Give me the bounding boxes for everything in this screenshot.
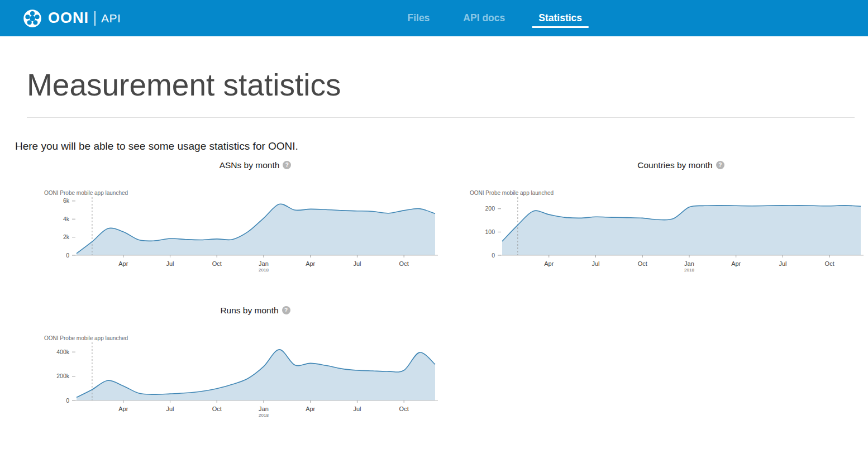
main-nav: Files API docs Statistics: [404, 0, 585, 36]
chart-title-text: Countries by month: [637, 160, 712, 170]
chart-title-text: Runs by month: [220, 306, 278, 315]
brand[interactable]: OONI API: [22, 8, 121, 28]
x-tick-label: Oct: [399, 405, 409, 412]
x-tick-label: Jan: [259, 405, 269, 412]
area-series: [77, 204, 435, 255]
y-tick-label: 4k: [63, 216, 70, 222]
x-tick-label: Oct: [399, 260, 409, 267]
x-tick-label: Apr: [118, 405, 128, 412]
x-tick-label: Jul: [592, 260, 599, 267]
y-tick-label: 400k: [56, 349, 70, 355]
nav-item-api-docs[interactable]: API docs: [460, 0, 508, 36]
x-tick-label: Apr: [306, 405, 315, 412]
runs-chart-canvas[interactable]: OONI Probe mobile app launched0200k400kA…: [15, 333, 440, 428]
x-tick-label: Oct: [638, 260, 647, 267]
x-tick-label: Oct: [825, 260, 834, 267]
x-tick-label: Apr: [306, 260, 315, 267]
brand-name: OONI: [48, 9, 89, 27]
y-tick-label: 6k: [63, 198, 70, 204]
x-tick-label: Apr: [731, 260, 741, 267]
page-title: Measurement statistics: [27, 68, 855, 103]
charts-grid: ASNs by month? OONI Probe mobile app lau…: [15, 160, 855, 428]
y-tick-label: 100: [485, 228, 495, 235]
x-tick-label: Jul: [779, 260, 786, 267]
chart-countries-by-month: Countries by month? OONI Probe mobile ap…: [441, 160, 866, 283]
x-tick-label: Jul: [353, 260, 361, 267]
y-tick-label: 0: [66, 252, 69, 259]
page-content: Measurement statistics Here you will be …: [0, 36, 868, 458]
annotation-label: OONI Probe mobile app launched: [44, 190, 128, 196]
x-tick-label: Oct: [212, 260, 222, 267]
x-tick-label: Jul: [353, 405, 361, 412]
chart-title-text: ASNs by month: [220, 160, 280, 170]
y-tick-label: 0: [492, 252, 495, 259]
intro-text: Here you will be able to see some usage …: [15, 140, 855, 152]
y-tick-label: 2k: [63, 233, 70, 240]
x-tick-sublabel: 2018: [684, 268, 694, 273]
chart-runs-by-month: Runs by month? OONI Probe mobile app lau…: [15, 306, 441, 428]
x-tick-label: Jan: [684, 260, 694, 267]
x-tick-label: Jul: [166, 260, 174, 267]
chart-asns-by-month: ASNs by month? OONI Probe mobile app lau…: [15, 160, 441, 283]
annotation-label: OONI Probe mobile app launched: [470, 190, 554, 196]
x-tick-label: Jan: [259, 260, 269, 267]
annotation-label: OONI Probe mobile app launched: [44, 335, 128, 341]
x-tick-sublabel: 2018: [259, 268, 269, 273]
help-icon[interactable]: ?: [283, 161, 291, 169]
x-tick-label: Oct: [212, 405, 222, 412]
x-tick-label: Jul: [166, 405, 174, 412]
y-tick-label: 0: [66, 397, 69, 404]
asns-chart-canvas[interactable]: OONI Probe mobile app launched02k4k6kApr…: [15, 188, 440, 283]
ooni-logo: [22, 8, 42, 28]
chart-title: ASNs by month?: [15, 160, 440, 170]
brand-separator: [94, 11, 96, 26]
chart-title: Countries by month?: [441, 160, 865, 170]
top-navbar: OONI API Files API docs Statistics: [0, 0, 868, 36]
x-tick-label: Apr: [544, 260, 554, 267]
chart-title: Runs by month?: [15, 306, 440, 316]
x-tick-label: Apr: [118, 260, 128, 267]
nav-item-files[interactable]: Files: [404, 0, 433, 36]
nav-item-statistics[interactable]: Statistics: [535, 0, 585, 36]
brand-product: API: [101, 12, 121, 25]
title-divider: [27, 117, 855, 118]
area-series: [77, 350, 435, 400]
y-tick-label: 200: [485, 205, 495, 212]
help-icon[interactable]: ?: [716, 161, 724, 169]
countries-chart-canvas[interactable]: OONI Probe mobile app launched0100200Apr…: [441, 188, 865, 283]
x-tick-sublabel: 2018: [259, 413, 269, 418]
y-tick-label: 200k: [56, 373, 70, 379]
help-icon[interactable]: ?: [282, 306, 290, 314]
